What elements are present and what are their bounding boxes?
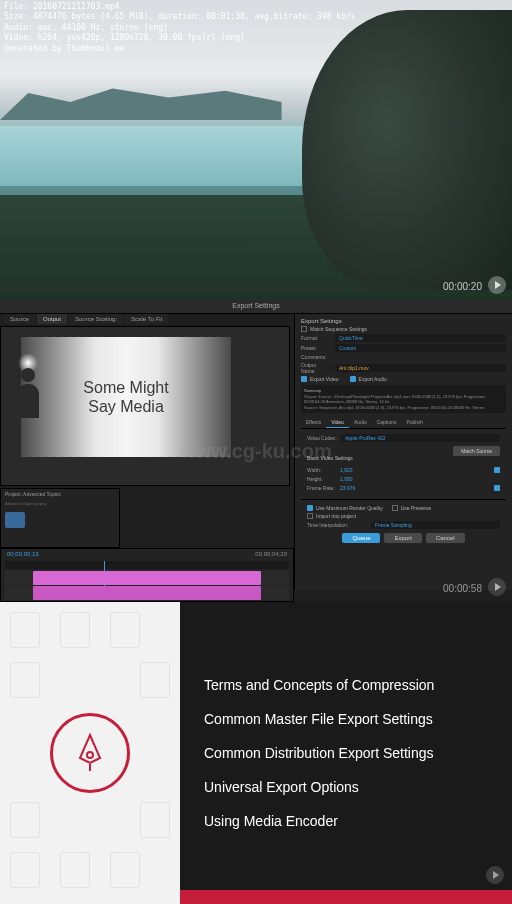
timeline-panel: 00;00;00;13 00;00;04;20	[0, 548, 294, 602]
source-tabs: Source Output Source Scaling: Scale To F…	[4, 314, 168, 324]
video-preview: Some Might Say Media	[21, 337, 231, 457]
export-heading: Export Settings	[301, 318, 506, 324]
width-label: Width:	[307, 467, 337, 473]
meta-video: Video: h264, yuv420p, 1280x720, 30.00 fp…	[4, 33, 356, 43]
height-value[interactable]: 1,080	[340, 476, 353, 482]
format-dropdown[interactable]: QuickTime	[335, 334, 506, 342]
match-seq-label: Match Sequence Settings	[310, 326, 367, 332]
title-card-left	[0, 602, 180, 904]
play-icon[interactable]	[486, 866, 504, 884]
meta-audio: Audio: aac, 44100 Hz, stereo (eng)	[4, 23, 356, 33]
tab-source[interactable]: Source	[4, 314, 35, 324]
video-track-2[interactable]	[5, 586, 289, 600]
export-audio-checkbox[interactable]	[350, 376, 356, 382]
silhouette-icon	[13, 368, 43, 428]
summary-source: Source: Sequence, Ani clip1 1920x1080 (1…	[304, 405, 503, 411]
max-render-checkbox[interactable]	[307, 505, 313, 511]
output-name-link[interactable]: Ani clip1.mov	[335, 364, 506, 372]
previews-label: Use Previews	[401, 505, 432, 511]
project-name: Advanced Topics.prproj	[1, 499, 119, 508]
export-video-label: Export Video	[310, 376, 339, 382]
output-label: Output Name:	[301, 362, 331, 374]
codec-label: Video Codec:	[307, 435, 337, 441]
cancel-button[interactable]: Cancel	[426, 533, 465, 543]
match-source-button[interactable]: Match Source	[453, 446, 500, 456]
preview-text-2: Say Media	[83, 397, 168, 416]
timecode-current[interactable]: 00;00;00;13	[7, 551, 39, 557]
video-clip-2[interactable]	[33, 586, 260, 600]
max-render-label: Use Maximum Render Quality	[316, 505, 383, 511]
fps-lock-checkbox[interactable]	[494, 485, 500, 491]
tab-audio[interactable]: Audio	[349, 417, 372, 428]
export-settings-panel: Export Settings Match Sequence Settings …	[294, 314, 512, 590]
bin-icon[interactable]	[5, 512, 25, 528]
preset-dropdown[interactable]: Custom	[335, 344, 506, 352]
height-label: Height:	[307, 476, 337, 482]
previews-checkbox[interactable]	[392, 505, 398, 511]
project-panel: Project: Advanced Topics Advanced Topics…	[0, 488, 120, 548]
timecode-end: 00;00;04;20	[255, 551, 287, 557]
comments-label: Comments:	[301, 354, 331, 360]
pen-tool-icon	[50, 713, 130, 793]
preview-text-1: Some Might	[83, 378, 168, 397]
topic-item: Universal Export Options	[204, 779, 488, 795]
window-title: Export Settings	[232, 302, 279, 309]
meta-size: Size: 4874476 bytes (4.65 MiB), duration…	[4, 12, 356, 22]
scale-dropdown[interactable]: Scale To Fit	[125, 314, 168, 324]
export-video-checkbox[interactable]	[301, 376, 307, 382]
preview-panel: Some Might Say Media	[0, 326, 290, 486]
premiere-ui: Export Settings Source Output Source Sca…	[0, 300, 512, 602]
format-label: Format:	[301, 335, 331, 341]
import-label: Import into project	[316, 513, 356, 519]
meta-file: File: 20160721211703.mp4	[4, 2, 356, 12]
play-icon[interactable]	[488, 578, 506, 596]
project-tab[interactable]: Project: Advanced Topics	[1, 489, 119, 499]
codec-dropdown[interactable]: Apple ProRes 422	[341, 434, 500, 442]
topic-item: Common Distribution Export Settings	[204, 745, 488, 761]
export-audio-label: Export Audio	[359, 376, 387, 382]
topic-item: Using Media Encoder	[204, 813, 488, 829]
fps-label: Frame Rate:	[307, 485, 337, 491]
timestamp-mid: 00:00:58	[443, 583, 482, 594]
summary-box: Summary Output: /Users/.../Desktop/Plura…	[301, 385, 506, 413]
video-track-1[interactable]	[5, 571, 289, 585]
export-button[interactable]: Export	[384, 533, 421, 543]
topic-item: Terms and Concepts of Compression	[204, 677, 488, 693]
metadata-overlay: File: 20160721211703.mp4 Size: 4874476 b…	[4, 2, 356, 54]
tab-video[interactable]: Video	[326, 417, 349, 428]
scale-label: Source Scaling:	[69, 314, 123, 324]
tab-output[interactable]: Output	[37, 314, 67, 324]
title-card: Terms and Concepts of Compression Common…	[0, 602, 512, 904]
pp-titlebar: Export Settings	[0, 300, 512, 314]
interp-dropdown[interactable]: Frame Sampling	[371, 521, 500, 529]
interp-label: Time Interpolation:	[307, 522, 367, 528]
tab-effects[interactable]: Effects	[301, 417, 326, 428]
meta-generated: Generated by Thumbnail me	[4, 44, 356, 54]
summary-output: Output: /Users/.../Desktop/Pluralsight P…	[304, 394, 503, 405]
preset-label: Preset:	[301, 345, 331, 351]
tab-publish[interactable]: Publish	[401, 417, 427, 428]
width-lock-checkbox[interactable]	[494, 467, 500, 473]
settings-tabs: Effects Video Audio Captions Publish	[301, 417, 506, 429]
mountain-shape	[0, 75, 282, 120]
title-card-right: Terms and Concepts of Compression Common…	[180, 602, 512, 904]
match-seq-checkbox[interactable]	[301, 326, 307, 332]
water-shape	[0, 126, 307, 186]
tab-captions[interactable]: Captions	[372, 417, 402, 428]
timeline-ruler[interactable]	[5, 561, 289, 569]
topic-item: Common Master File Export Settings	[204, 711, 488, 727]
fps-value[interactable]: 23.976	[340, 485, 355, 491]
video-clip[interactable]	[33, 571, 260, 585]
basic-heading: Basic Video Settings	[307, 455, 353, 461]
timestamp-top: 00:00:20	[443, 281, 482, 292]
width-value[interactable]: 1,920	[340, 467, 353, 473]
import-checkbox[interactable]	[307, 513, 313, 519]
video-thumbnail-top: File: 20160721211703.mp4 Size: 4874476 b…	[0, 0, 512, 300]
play-icon[interactable]	[488, 276, 506, 294]
queue-button[interactable]: Queue	[342, 533, 380, 543]
accent-bar	[180, 890, 512, 904]
